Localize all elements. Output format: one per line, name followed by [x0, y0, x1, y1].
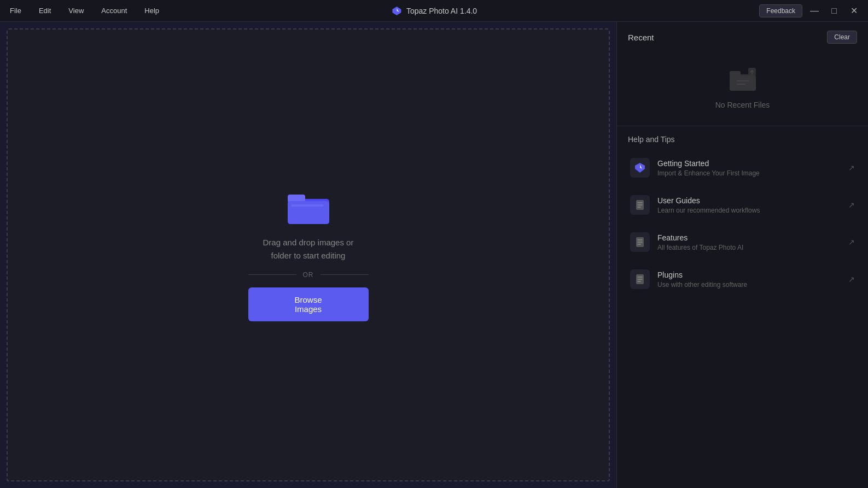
- help-item-getting-started[interactable]: Getting Started Import & Enhance Your Fi…: [624, 150, 861, 185]
- menu-bar: File Edit View Account Help: [7, 4, 162, 17]
- minimize-button[interactable]: —: [807, 3, 822, 19]
- features-text: Features All features of Topaz Photo AI: [657, 233, 841, 251]
- plugins-document-icon: [634, 273, 646, 285]
- app-logo-icon: [391, 5, 402, 16]
- help-item-plugins[interactable]: Plugins Use with other editing software …: [624, 262, 861, 297]
- menu-file[interactable]: File: [7, 4, 25, 17]
- user-guides-icon-wrapper: [630, 195, 650, 215]
- close-button[interactable]: ✕: [846, 3, 861, 19]
- getting-started-title: Getting Started: [657, 159, 841, 168]
- browse-images-button[interactable]: Browse Images: [248, 287, 369, 321]
- no-recent-icon: [729, 67, 757, 93]
- or-divider: OR: [248, 271, 369, 279]
- getting-started-icon-wrapper: [630, 158, 650, 178]
- features-document-icon: [634, 236, 646, 248]
- document-lines-icon: [634, 199, 646, 211]
- features-subtitle: All features of Topaz Photo AI: [657, 244, 841, 251]
- feedback-button[interactable]: Feedback: [759, 4, 802, 17]
- titlebar: File Edit View Account Help Topaz Photo …: [0, 0, 868, 22]
- svg-rect-8: [730, 75, 756, 91]
- maximize-button[interactable]: □: [826, 3, 842, 19]
- or-text: OR: [303, 271, 314, 279]
- svg-rect-3: [288, 195, 305, 202]
- external-link-icon-features: ↗: [848, 238, 855, 246]
- user-guides-title: User Guides: [657, 196, 841, 205]
- menu-edit[interactable]: Edit: [36, 4, 54, 17]
- or-line-left: [248, 274, 296, 275]
- plugins-icon-wrapper: [630, 269, 650, 289]
- app-title-section: Topaz Photo AI 1.4.0: [391, 5, 477, 16]
- menu-account[interactable]: Account: [98, 4, 130, 17]
- help-tips-title: Help and Tips: [617, 126, 868, 150]
- drop-zone-content: Drag and drop images or folder to start …: [248, 189, 369, 321]
- help-item-features[interactable]: Features All features of Topaz Photo AI …: [624, 225, 861, 260]
- drop-zone-text: Drag and drop images or folder to start …: [263, 236, 354, 262]
- help-items-list: Getting Started Import & Enhance Your Fi…: [617, 150, 868, 297]
- folder-icon: [287, 189, 330, 227]
- drop-zone[interactable]: Drag and drop images or folder to start …: [7, 28, 610, 481]
- getting-started-text: Getting Started Import & Enhance Your Fi…: [657, 159, 841, 177]
- features-icon-wrapper: [630, 232, 650, 252]
- no-recent-text: No Recent Files: [715, 101, 770, 109]
- help-item-user-guides[interactable]: User Guides Learn our recommended workfl…: [624, 187, 861, 222]
- app-title: Topaz Photo AI 1.4.0: [406, 7, 477, 15]
- external-link-icon-getting-started: ↗: [848, 163, 855, 172]
- getting-started-subtitle: Import & Enhance Your First Image: [657, 169, 841, 177]
- external-link-icon-user-guides: ↗: [848, 201, 855, 209]
- plugins-subtitle: Use with other editing software: [657, 281, 841, 289]
- user-guides-subtitle: Learn our recommended workflows: [657, 207, 841, 214]
- svg-rect-5: [291, 204, 324, 207]
- user-guides-text: User Guides Learn our recommended workfl…: [657, 196, 841, 214]
- main-layout: Drag and drop images or folder to start …: [0, 22, 868, 488]
- recent-header: Recent Clear: [617, 22, 868, 50]
- or-line-right: [321, 274, 369, 275]
- menu-help[interactable]: Help: [141, 4, 162, 17]
- clear-button[interactable]: Clear: [827, 31, 857, 44]
- external-link-icon-plugins: ↗: [848, 275, 855, 284]
- features-title: Features: [657, 233, 841, 242]
- plugins-text: Plugins Use with other editing software: [657, 271, 841, 289]
- sidebar: Recent Clear No Recent Files Help and Ti…: [616, 22, 868, 488]
- plugins-title: Plugins: [657, 271, 841, 279]
- recent-title: Recent: [628, 33, 654, 42]
- no-recent-section: No Recent Files: [617, 50, 868, 126]
- titlebar-controls: Feedback — □ ✕: [759, 3, 861, 19]
- menu-view[interactable]: View: [65, 4, 87, 17]
- topaz-shield-icon: [634, 162, 646, 174]
